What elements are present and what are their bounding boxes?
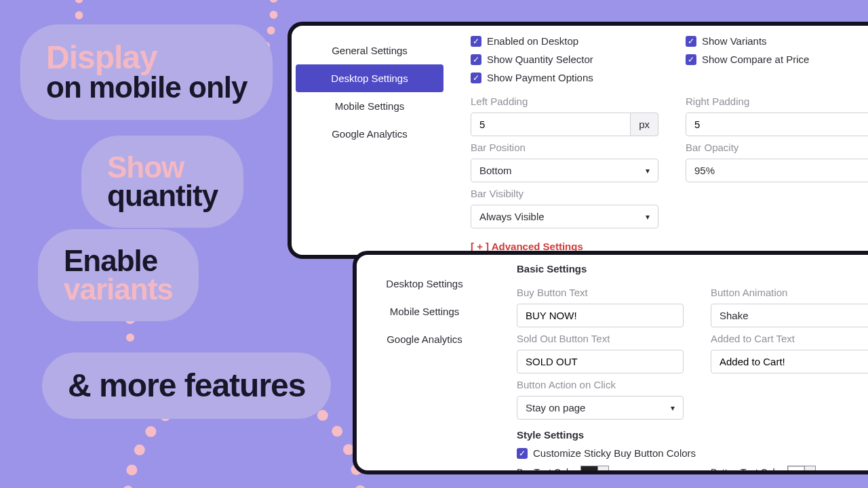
- pill-display: Display on mobile only: [20, 24, 273, 120]
- pill-line: quantity: [107, 180, 218, 211]
- chevron-down-icon: ▾: [646, 212, 650, 222]
- pill-more: & more features: [42, 352, 331, 419]
- field-label: Added to Cart Text: [711, 333, 868, 344]
- checkbox-label: Enabled on Desktop: [487, 35, 578, 47]
- field-label: Bar Visibilty: [471, 188, 658, 199]
- field-label: Left Padding: [471, 96, 658, 107]
- color-swatch: [788, 466, 804, 474]
- field-label: Sold Out Button Text: [517, 333, 684, 344]
- field-label: Button Action on Click: [517, 379, 684, 390]
- sidebar-item-analytics[interactable]: Google Analytics: [292, 120, 448, 148]
- sidebar-item-analytics[interactable]: Google Analytics: [357, 325, 492, 353]
- select-value: Always Visible: [479, 211, 545, 222]
- chevron-down-icon: ▾: [646, 166, 650, 176]
- pill-line: & more features: [68, 369, 305, 403]
- pill-line: Display: [46, 41, 247, 75]
- checkbox-label: Customize Sticky Buy Button Colors: [533, 447, 696, 459]
- bar-visibility-select[interactable]: Always Visible▾: [471, 205, 658, 228]
- checkbox-customize-colors[interactable]: ✓Customize Sticky Buy Button Colors: [517, 447, 868, 459]
- checkbox-show-variants[interactable]: ✓Show Variants: [686, 35, 868, 47]
- sidebar-item-desktop[interactable]: Desktop Settings: [357, 270, 492, 298]
- select-value: Stay on page: [526, 402, 585, 413]
- sidebar: General Settings Desktop Settings Mobile…: [292, 26, 448, 148]
- sidebar: Desktop Settings Mobile Settings Google …: [357, 255, 492, 353]
- unit-label: px: [631, 113, 658, 136]
- checkbox-label: Show Quantity Selector: [487, 54, 593, 65]
- select-value: 95%: [694, 165, 715, 176]
- dot: [126, 333, 134, 342]
- checkbox-payment-options[interactable]: ✓Show Payment Options: [471, 72, 658, 83]
- color-swatch: [581, 466, 597, 474]
- settings-panel-buybutton: Desktop Settings Mobile Settings Google …: [353, 251, 868, 474]
- bar-opacity-select[interactable]: 95%: [686, 159, 868, 182]
- button-action-select[interactable]: Stay on page▾: [517, 396, 684, 420]
- bar-position-select[interactable]: Bottom▾: [471, 159, 658, 182]
- chevron-down-icon: ▾: [597, 466, 608, 474]
- button-text-color-picker[interactable]: ▾: [787, 466, 816, 474]
- field-label: Right Padding: [686, 96, 868, 107]
- buy-button-text-input[interactable]: [517, 304, 684, 327]
- pill-quantity: Show quantity: [81, 136, 243, 228]
- select-value: Shake: [719, 310, 749, 321]
- sold-out-text-input[interactable]: [517, 350, 684, 373]
- section-heading: Basic Settings: [517, 263, 868, 274]
- field-label: Button Animation: [711, 287, 868, 298]
- checkbox-enabled-desktop[interactable]: ✓Enabled on Desktop: [471, 35, 658, 47]
- sidebar-item-mobile[interactable]: Mobile Settings: [292, 92, 448, 120]
- field-label: Bar Text Color: [517, 467, 576, 474]
- sidebar-item-mobile[interactable]: Mobile Settings: [357, 298, 492, 325]
- left-padding-input[interactable]: [471, 113, 631, 136]
- sidebar-item-general[interactable]: General Settings: [292, 37, 448, 64]
- panel-main: ✓Enabled on Desktop ✓Show Quantity Selec…: [457, 26, 868, 259]
- pill-variants: Enable variants: [38, 229, 199, 321]
- pill-line: variants: [64, 274, 173, 305]
- added-to-cart-text-input[interactable]: [711, 350, 868, 373]
- section-heading: Style Settings: [517, 429, 868, 441]
- sidebar-item-desktop[interactable]: Desktop Settings: [296, 64, 443, 92]
- field-label: Buy Button Text: [517, 287, 684, 298]
- pill-line: on mobile only: [46, 72, 247, 103]
- bar-text-color-picker[interactable]: ▾: [580, 466, 609, 474]
- checkbox-qty-selector[interactable]: ✓Show Quantity Selector: [471, 54, 658, 65]
- field-label: Bar Opacity: [686, 142, 868, 153]
- right-padding-input[interactable]: [686, 113, 868, 136]
- field-label: Bar Position: [471, 142, 658, 153]
- checkbox-label: Show Payment Options: [487, 72, 593, 83]
- settings-panel-desktop: General Settings Desktop Settings Mobile…: [288, 22, 868, 259]
- button-animation-select[interactable]: Shake: [711, 304, 868, 327]
- checkbox-label: Show Variants: [702, 35, 767, 47]
- select-value: Bottom: [479, 165, 512, 176]
- field-label: Button Text Color: [711, 467, 783, 474]
- chevron-down-icon: ▾: [671, 403, 675, 413]
- panel-main: Basic Settings Buy Button Text Button An…: [503, 255, 868, 474]
- chevron-down-icon: ▾: [804, 466, 815, 474]
- checkbox-compare-price[interactable]: ✓Show Compare at Price: [686, 54, 868, 65]
- checkbox-label: Show Compare at Price: [702, 54, 809, 65]
